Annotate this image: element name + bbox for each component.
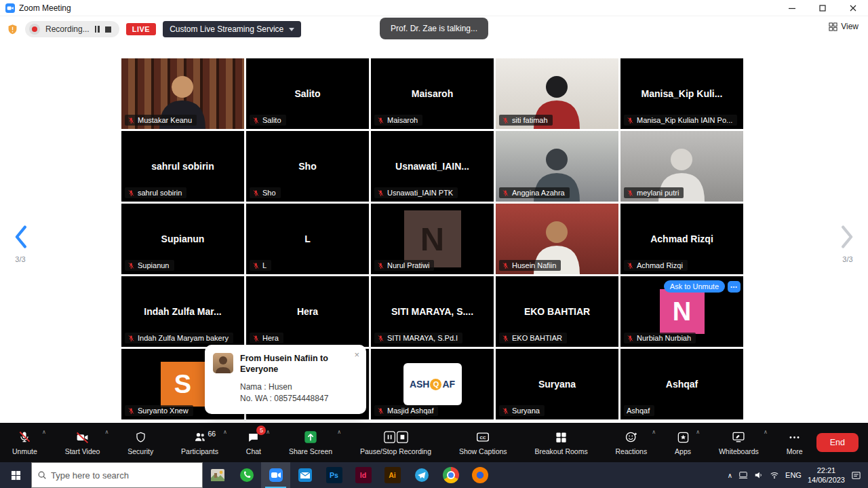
participant-tile[interactable]: NNurul Pratiwi [371,204,494,274]
participant-tile[interactable]: siti fatimah [496,58,618,129]
toolbar-start-video[interactable]: Start Video∧ [62,423,103,462]
participant-label-text: EKO BAHTIAR [512,334,562,342]
chevron-up-icon[interactable]: ∧ [105,429,109,435]
participant-label-text: Masjid Ashqaf [387,407,433,415]
toolbar-security[interactable]: Security [125,423,156,462]
taskbar-illustrator-icon[interactable]: Ai [378,462,407,488]
taskbar-clock[interactable]: 22:21 14/06/2023 [808,466,845,485]
gallery-prev[interactable]: 3/3 [5,225,35,263]
taskbar-mail-icon[interactable] [290,462,319,488]
toolbar-unmute[interactable]: Unmute∧ [9,423,40,462]
taskbar-telegram-icon[interactable] [407,462,436,488]
participant-tile[interactable]: Manisa_Kip Kuli...Manisa_Kip Kuliah IAIN… [620,58,743,129]
chevron-up-icon[interactable]: ∧ [42,429,46,435]
monitor-icon[interactable] [738,470,748,480]
toolbar-more[interactable]: More [784,423,806,462]
tile-menu-button[interactable]: ••• [728,281,741,293]
search-input[interactable] [51,470,186,481]
taskbar-whatsapp-icon[interactable] [232,462,261,488]
encryption-shield-icon[interactable] [7,24,18,35]
participant-tile[interactable]: SalitoSalito [246,58,369,129]
close-icon[interactable]: × [354,350,359,359]
stop-recording-button[interactable] [105,26,111,33]
tray-chevron-up-icon[interactable]: ∧ [728,472,732,479]
end-button[interactable]: End [816,433,859,452]
start-button[interactable] [0,462,31,488]
stream-service-label: Custom Live Streaming Service [170,24,283,34]
taskbar-firefox-icon[interactable] [465,462,494,488]
mic-muted-icon [377,117,384,124]
view-button[interactable]: View [829,22,859,31]
toolbar-show-captions[interactable]: CCShow Captions [456,423,510,462]
search-icon [37,470,47,480]
participant-tile[interactable]: ShoSho [246,131,369,202]
maximize-button[interactable] [807,0,837,16]
meeting-topbar: Recording... LIVE Custom Live Streaming … [0,16,868,42]
taskbar-photos-icon[interactable] [203,462,232,488]
participant-tile[interactable]: MaisarohMaisaroh [371,58,494,129]
participant-label-text: Sho [262,189,276,197]
chevron-up-icon[interactable]: ∧ [652,429,656,435]
chevron-up-icon[interactable]: ∧ [223,429,227,435]
participant-tile[interactable]: sahrul sobirinsahrul sobirin [121,131,244,202]
sender-avatar [213,353,233,373]
ask-to-unmute-button[interactable]: Ask to Unmute [664,280,725,293]
participant-tile[interactable]: SuryanaSuryana [496,349,618,419]
chevron-up-icon[interactable]: ∧ [337,429,341,435]
toolbar-participants[interactable]: 66Participants∧ [178,423,221,462]
toolbar-apps[interactable]: Apps∧ [672,423,694,462]
participant-label: SITI MARAYA, S.Pd.I [374,333,462,343]
participant-tile[interactable]: EKO BAHTIAREKO BAHTIAR [496,276,618,347]
participant-label: Suryanto Xnew [125,405,193,416]
chevron-left-icon [13,239,28,250]
minimize-button[interactable] [776,0,807,16]
participant-tile[interactable]: Usnawati_IAIN...Usnawati_IAIN PTK [371,131,494,202]
participant-tile[interactable]: HeraHera [246,276,369,347]
mic-muted-icon [252,189,260,197]
participant-label: Indah Zulfa Maryam bakery [125,333,233,343]
participant-tile[interactable]: Anggina Azahra [496,131,618,202]
participant-tile[interactable]: SITI MARAYA, S....SITI MARAYA, S.Pd.I [371,276,494,347]
windows-taskbar: PsIdAi ∧ ENG 22:21 14/06/2023 [0,462,868,488]
wifi-icon[interactable] [770,470,779,480]
gallery-next[interactable]: 3/3 [833,225,863,263]
chevron-up-icon[interactable]: ∧ [266,429,270,435]
toolbar-share-screen[interactable]: Share Screen∧ [286,423,335,462]
pause-recording-button[interactable] [95,26,100,33]
close-button[interactable] [837,0,868,16]
toolbar-reactions-label: Reactions [616,447,648,455]
participant-tile[interactable]: NNurbiah NurbiahAsk to Unmute••• [620,276,743,347]
participant-label: Sho [250,187,281,198]
taskbar-photoshop-icon[interactable]: Ps [319,462,349,488]
participant-tile[interactable]: Indah Zulfa Mar...Indah Zulfa Maryam bak… [121,276,244,347]
toolbar-items: Unmute∧Start Video∧Security66Participant… [9,423,806,462]
participant-tile[interactable]: ASHQAFMasjid Ashqaf [371,349,494,419]
toolbar-reactions[interactable]: Reactions∧ [613,423,650,462]
action-center-icon[interactable] [851,470,861,481]
taskbar-chrome-icon[interactable] [436,462,465,488]
chevron-up-icon[interactable]: ∧ [764,429,768,435]
participant-tile[interactable]: LL [246,204,369,274]
language-indicator[interactable]: ENG [785,471,802,479]
taskbar-zoom-icon[interactable] [261,462,290,488]
participant-tile[interactable]: Achmad RizqiAchmad Rizqi [620,204,743,274]
participant-tile[interactable]: SupianunSupianun [121,204,244,274]
toolbar-breakout-rooms[interactable]: Breakout Rooms [532,423,590,462]
toolbar-chat[interactable]: 5Chat∧ [243,423,264,462]
participant-label-text: Anggina Azahra [512,189,565,197]
chat-notification-popup[interactable]: × From Husein Nafiin to Everyone Nama : … [205,345,366,414]
toolbar-security-label: Security [127,447,153,455]
taskbar-search[interactable] [31,462,203,488]
participant-tile[interactable]: meylani putri [620,131,743,202]
toolbar-whiteboards[interactable]: Whiteboards∧ [716,423,762,462]
chat-line: Nama : Husen [240,381,358,393]
speaker-icon[interactable] [754,470,764,480]
taskbar-indesign-icon[interactable]: Id [349,462,378,488]
participant-tile[interactable]: Mustakar Keanu [121,58,244,129]
participant-tile[interactable]: AshqafAshqaf [620,349,743,419]
live-stream-service-dropdown[interactable]: Custom Live Streaming Service [163,21,301,37]
toolbar-pause-stop-recording[interactable]: Pause/Stop Recording [357,423,434,462]
window-title: Zoom Meeting [19,3,71,13]
chevron-up-icon[interactable]: ∧ [696,429,700,435]
participant-tile[interactable]: Husein Nafiin [496,204,618,274]
